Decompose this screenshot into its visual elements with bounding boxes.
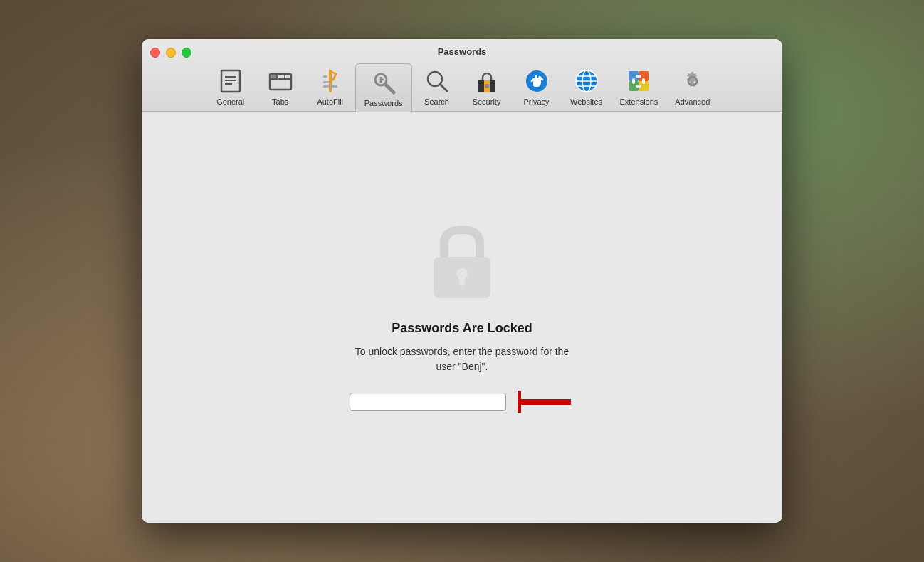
tab-search-label: Search [424, 97, 449, 106]
tab-general-label: General [216, 97, 244, 106]
tab-tabs[interactable]: Tabs [256, 63, 305, 111]
safari-preferences-window: Passwords General [142, 39, 782, 523]
tab-autofill-label: AutoFill [317, 97, 343, 106]
tab-privacy[interactable]: Privacy [512, 63, 562, 111]
window-title: Passwords [438, 46, 487, 57]
tab-search[interactable]: Search [412, 63, 462, 111]
titlebar: Passwords General [142, 39, 782, 112]
passwords-icon [369, 68, 398, 97]
svg-rect-37 [642, 78, 645, 84]
svg-rect-11 [323, 81, 330, 83]
tab-passwords-label: Passwords [364, 99, 403, 107]
svg-rect-21 [478, 80, 484, 92]
svg-rect-5 [270, 74, 277, 79]
tab-advanced[interactable]: Advanced [666, 63, 718, 111]
tab-autofill[interactable]: AutoFill [305, 63, 355, 111]
search-icon [423, 67, 451, 95]
arrow-indicator [518, 391, 574, 413]
tab-websites-label: Websites [570, 97, 602, 106]
svg-rect-42 [459, 274, 465, 285]
general-icon [216, 67, 245, 95]
svg-rect-36 [632, 78, 635, 84]
tab-passwords[interactable]: Passwords [355, 63, 412, 112]
tab-general[interactable]: General [206, 63, 256, 111]
tab-privacy-label: Privacy [523, 97, 549, 106]
tabs-icon [266, 67, 295, 95]
lock-icon [426, 223, 498, 304]
tab-advanced-label: Advanced [675, 97, 710, 106]
tab-extensions[interactable]: Extensions [611, 63, 667, 111]
red-arrow-icon [518, 391, 574, 413]
svg-rect-12 [323, 85, 337, 88]
maximize-button[interactable] [182, 48, 191, 58]
svg-rect-22 [490, 80, 495, 92]
svg-line-10 [333, 74, 336, 80]
window-controls [150, 48, 191, 58]
security-icon [473, 67, 501, 95]
svg-rect-13 [323, 75, 327, 78]
minimize-button[interactable] [166, 48, 176, 58]
password-row [350, 391, 574, 413]
tab-security[interactable]: Security [462, 63, 512, 111]
privacy-icon [523, 67, 551, 95]
svg-point-23 [485, 84, 489, 88]
tab-tabs-label: Tabs [272, 97, 288, 106]
toolbar: General Tabs [199, 63, 726, 111]
extensions-icon [624, 67, 653, 95]
password-input[interactable] [350, 393, 506, 411]
websites-icon [572, 67, 601, 95]
close-button[interactable] [150, 48, 160, 58]
locked-title: Passwords Are Locked [392, 321, 532, 336]
content-area: Passwords Are Locked To unlock passwords… [142, 112, 782, 523]
svg-rect-35 [636, 75, 641, 78]
tab-extensions-label: Extensions [620, 97, 658, 106]
svg-line-15 [385, 84, 394, 92]
locked-subtitle: To unlock passwords, enter the password … [355, 344, 569, 374]
autofill-icon [316, 67, 345, 95]
svg-line-19 [441, 85, 447, 91]
tab-security-label: Security [473, 97, 501, 106]
svg-rect-38 [636, 85, 641, 88]
advanced-icon [678, 67, 707, 95]
tab-websites[interactable]: Websites [562, 63, 611, 111]
